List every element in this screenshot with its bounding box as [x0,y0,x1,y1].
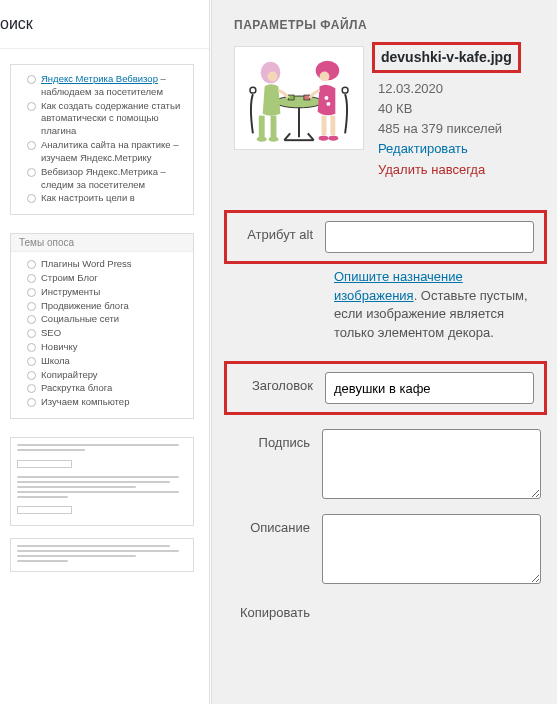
edit-link[interactable]: Редактировать [378,139,541,159]
svg-rect-19 [322,116,327,136]
widget-title: Темы опоса [11,234,193,252]
file-dimensions: 485 на 379 пикселей [378,119,541,139]
text-widget-1 [10,437,194,526]
svg-point-22 [328,136,338,141]
svg-point-17 [325,96,329,100]
list-item[interactable]: Продвижение блога [25,300,185,313]
list-item[interactable]: SEO [25,327,185,340]
list-item[interactable]: Инструменты [25,286,185,299]
svg-point-16 [320,72,330,82]
svg-point-5 [275,96,322,108]
svg-rect-20 [330,116,335,136]
text-widget-2 [10,538,194,572]
list-item[interactable]: Как создать содержание статьи автоматиче… [25,100,185,138]
preview-area: Яндекс Метрика Вебвизор – наблюдаем за п… [0,49,209,572]
list-item[interactable]: Социальные сети [25,313,185,326]
delete-link[interactable]: Удалить навсегда [378,160,541,180]
list-item[interactable]: Раскрутка блога [25,382,185,395]
svg-point-12 [257,137,267,142]
list-item[interactable]: Плагины Word Press [25,258,185,271]
list-item[interactable]: Копирайтеру [25,369,185,382]
title-field-highlight: Заголовок [224,361,547,415]
file-summary: devushki-v-kafe.jpg 12.03.2020 40 КВ 485… [234,46,541,180]
attachment-thumbnail[interactable] [234,46,364,150]
alt-help-text: Опишите назначение изображения. Оставьте… [334,268,541,343]
svg-point-9 [268,72,278,82]
left-sidebar: оиск Яндекс Метрика Вебвизор – наблюдаем… [0,0,210,704]
list-item[interactable]: Строим Блог [25,272,185,285]
topics-widget: Темы опоса Плагины Word PressСтроим Блог… [10,233,194,419]
list-item[interactable]: Аналитика сайта на практике – изучаем Ян… [25,139,185,165]
list-item[interactable]: Вебвизор Яндекс.Метрика – следим за посе… [25,166,185,192]
file-meta: devushki-v-kafe.jpg 12.03.2020 40 КВ 485… [378,46,541,180]
title-input[interactable] [325,372,534,404]
svg-point-21 [319,136,329,141]
list-item[interactable]: Новичку [25,341,185,354]
alt-label: Атрибут alt [237,221,325,242]
file-date: 12.03.2020 [378,79,541,99]
list-item[interactable]: Яндекс Метрика Вебвизор – наблюдаем за п… [25,73,185,99]
section-title: ПАРАМЕТРЫ ФАЙЛА [234,18,541,32]
caption-label: Подпись [234,429,322,450]
caption-input[interactable] [322,429,541,499]
filename-highlight: devushki-v-kafe.jpg [372,42,521,73]
description-label: Описание [234,514,322,535]
alt-input[interactable] [325,221,534,253]
list-item[interactable]: Изучаем компьютер [25,396,185,409]
list-item[interactable]: Как настроить цели в [25,192,185,205]
search-heading: оиск [0,0,209,49]
svg-point-18 [326,102,330,106]
attachment-details-panel: ПАРАМЕТРЫ ФАЙЛА [211,0,557,704]
svg-point-13 [269,137,279,142]
svg-rect-10 [259,116,265,138]
copy-label: Копировать [234,599,322,620]
recent-posts-widget: Яндекс Метрика Вебвизор – наблюдаем за п… [10,64,194,215]
description-input[interactable] [322,514,541,584]
list-item[interactable]: Школа [25,355,185,368]
cafe-illustration [235,47,363,149]
alt-field-highlight: Атрибут alt [224,210,547,264]
file-size: 40 КВ [378,99,541,119]
title-label: Заголовок [237,372,325,393]
svg-rect-11 [271,116,277,138]
